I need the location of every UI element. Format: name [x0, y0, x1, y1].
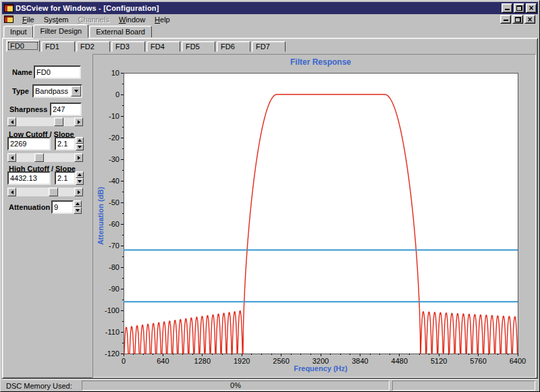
scroll-right-button[interactable] [74, 117, 83, 126]
window-controls: × [502, 3, 537, 13]
menu-file[interactable]: File [18, 15, 39, 24]
tab-fd3[interactable]: FD3 [111, 41, 145, 52]
memory-used-label: DSC Memory Used: [6, 382, 72, 390]
tab-external-board[interactable]: External Board [89, 26, 152, 38]
high-slope-spinner[interactable] [76, 171, 84, 185]
svg-text:-110: -110 [105, 328, 119, 336]
chevron-down-icon [74, 90, 78, 92]
minimize-icon [504, 20, 508, 21]
titlebar: DSCview for Windows - [Configuration] × [2, 2, 538, 14]
restore-icon [516, 5, 522, 11]
menu-channels: Channels [73, 15, 114, 24]
tab-fd5[interactable]: FD5 [182, 41, 215, 52]
status-panel-right [392, 381, 535, 391]
svg-text:5760: 5760 [470, 357, 486, 365]
minimize-button[interactable] [502, 3, 512, 13]
arrow-up-icon [78, 139, 82, 142]
tab-fd2[interactable]: FD2 [76, 41, 110, 52]
arrow-down-icon [78, 180, 82, 183]
spin-up-button[interactable] [74, 200, 82, 207]
name-input[interactable] [34, 65, 81, 79]
svg-text:-30: -30 [109, 155, 119, 163]
spin-up-button[interactable] [76, 171, 84, 178]
scroll-thumb[interactable] [54, 117, 63, 126]
memory-progressbar: 0% [82, 381, 389, 391]
minimize-icon [505, 9, 510, 10]
app-icon[interactable] [4, 4, 14, 12]
svg-text:5120: 5120 [431, 357, 447, 365]
filter-response-chart: 0640128019202560320038404480512057606400… [93, 55, 537, 379]
svg-text:-40: -40 [109, 177, 119, 185]
svg-text:0: 0 [115, 90, 119, 99]
restore-icon [515, 17, 521, 22]
high-cutoff-input[interactable] [7, 171, 51, 185]
svg-text:-70: -70 [109, 242, 119, 250]
menu-system[interactable]: System [39, 15, 74, 24]
sharpness-input[interactable] [50, 103, 82, 116]
app-window: DSCview for Windows - [Configuration] × … [0, 0, 540, 392]
scroll-track[interactable] [16, 117, 74, 126]
arrow-down-icon [78, 146, 82, 148]
menu-help[interactable]: Help [150, 15, 175, 24]
restore-button[interactable] [514, 3, 524, 13]
tab-fd6[interactable]: FD6 [217, 41, 250, 52]
mdi-window-controls: × [500, 15, 535, 24]
close-button[interactable]: × [526, 3, 537, 13]
tab-fd4[interactable]: FD4 [146, 41, 180, 52]
attenuation-label: Attenuation [9, 203, 50, 211]
svg-text:-80: -80 [109, 263, 119, 271]
tab-fd7[interactable]: FD7 [252, 41, 286, 52]
mdi-minimize-button[interactable] [500, 15, 511, 24]
high-cutoff-scrollbar[interactable] [7, 188, 83, 196]
svg-text:1920: 1920 [234, 357, 250, 365]
name-label: Name [12, 68, 32, 76]
arrow-down-icon [76, 209, 80, 212]
scroll-left-button[interactable] [7, 188, 16, 196]
scroll-track[interactable] [16, 153, 74, 162]
scroll-left-button[interactable] [7, 153, 16, 162]
tab-filter-design[interactable]: Filter Design [33, 24, 88, 38]
scroll-right-button[interactable] [74, 153, 83, 162]
menu-items: FileSystemChannelsWindowHelp [18, 15, 175, 24]
svg-text:640: 640 [157, 357, 169, 365]
attenuation-input[interactable] [51, 200, 74, 214]
mdi-close-button[interactable]: × [524, 15, 535, 24]
arrow-left-icon [11, 120, 14, 124]
mdi-child-icon[interactable] [4, 16, 14, 23]
svg-text:-120: -120 [105, 349, 119, 358]
low-cutoff-input[interactable] [7, 137, 51, 150]
attenuation-spinner[interactable] [74, 200, 82, 214]
plot-area [124, 73, 518, 354]
scroll-right-button[interactable] [74, 188, 83, 196]
scroll-left-button[interactable] [7, 117, 16, 126]
arrow-right-icon [78, 156, 80, 160]
spin-down-button[interactable] [76, 144, 84, 150]
spin-up-button[interactable] [76, 137, 84, 144]
sharpness-scrollbar[interactable] [7, 117, 83, 126]
high-slope-input[interactable] [55, 171, 76, 185]
mdi-restore-button[interactable] [512, 15, 523, 24]
arrow-up-icon [76, 202, 80, 205]
scroll-track[interactable] [16, 188, 74, 196]
spin-down-button[interactable] [74, 207, 82, 214]
scroll-thumb[interactable] [49, 188, 58, 196]
low-cutoff-scrollbar[interactable] [7, 153, 83, 162]
low-slope-input[interactable] [55, 137, 76, 150]
tab-fd0[interactable]: FD0 [6, 40, 40, 52]
arrow-up-icon [78, 173, 82, 176]
low-slope-spinner[interactable] [76, 137, 84, 150]
spin-down-button[interactable] [76, 178, 84, 185]
tab-input[interactable]: Input [3, 26, 33, 38]
close-icon: × [527, 16, 532, 23]
tab-fd1[interactable]: FD1 [41, 41, 75, 52]
svg-text:0: 0 [122, 357, 126, 365]
svg-text:-10: -10 [109, 112, 119, 120]
svg-text:2560: 2560 [273, 357, 289, 365]
combo-dropdown-button[interactable] [71, 86, 81, 96]
type-value: Bandpass [34, 87, 71, 95]
type-combobox[interactable]: Bandpass [32, 84, 82, 98]
svg-text:3200: 3200 [313, 357, 329, 365]
scroll-thumb[interactable] [34, 153, 44, 162]
fd-tabstrip: FD0FD1FD2FD3FD4FD5FD6FD7 [6, 40, 287, 52]
menu-window[interactable]: Window [114, 15, 150, 24]
